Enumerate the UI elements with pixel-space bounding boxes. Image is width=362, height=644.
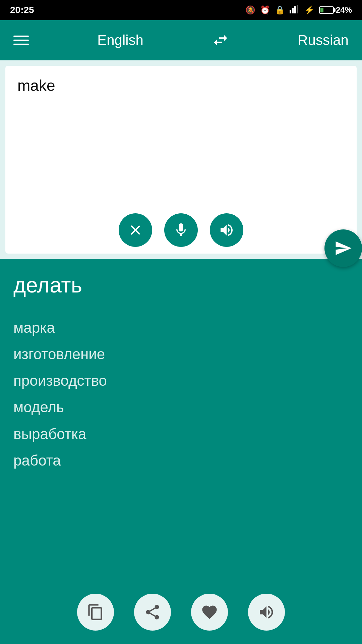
input-section: make (5, 66, 357, 254)
secondary-translations: маркаизготовлениепроизводствомодельвыраб… (13, 314, 349, 474)
lock-icon: 🔒 (275, 5, 285, 15)
alarm-icon: ⏰ (260, 5, 270, 15)
copy-button[interactable] (77, 594, 114, 631)
battery-percent: 24% (336, 5, 352, 15)
secondary-translation-item: выработка (13, 421, 349, 447)
clear-button[interactable] (119, 213, 152, 247)
status-icons: 🔕 ⏰ 🔒 ⚡ 24% (245, 5, 352, 15)
secondary-translation-item: работа (13, 447, 349, 474)
battery-indicator: 24% (319, 5, 352, 15)
bell-muted-icon: 🔕 (245, 5, 255, 15)
source-language-button[interactable]: English (97, 32, 143, 48)
favorite-button[interactable] (191, 594, 228, 631)
signal-icon (290, 5, 300, 15)
menu-button[interactable] (13, 36, 29, 45)
status-bar: 20:25 🔕 ⏰ 🔒 ⚡ 24% (0, 0, 362, 20)
secondary-translation-item: производство (13, 367, 349, 394)
svg-rect-0 (290, 10, 291, 13)
primary-translation: делать (13, 272, 349, 298)
sound-output-button[interactable] (248, 594, 285, 631)
secondary-translation-item: марка (13, 314, 349, 341)
share-button[interactable] (134, 594, 171, 631)
result-action-bar (0, 594, 362, 631)
microphone-button[interactable] (164, 213, 198, 247)
svg-rect-1 (292, 8, 294, 13)
svg-rect-2 (294, 6, 296, 13)
svg-rect-3 (297, 5, 298, 13)
lightning-icon: ⚡ (304, 5, 314, 15)
secondary-translation-item: изготовление (13, 341, 349, 367)
result-section: делать маркаизготовлениепроизводствомоде… (0, 259, 362, 644)
status-time: 20:25 (10, 5, 34, 15)
source-text-input[interactable]: make (17, 76, 345, 203)
speaker-input-button[interactable] (210, 213, 243, 247)
input-action-bar (17, 213, 345, 247)
toolbar: English Russian (0, 20, 362, 60)
secondary-translation-item: модель (13, 394, 349, 420)
target-language-button[interactable]: Russian (298, 32, 349, 48)
translate-fab-button[interactable] (324, 229, 362, 267)
swap-languages-button[interactable] (212, 32, 229, 49)
